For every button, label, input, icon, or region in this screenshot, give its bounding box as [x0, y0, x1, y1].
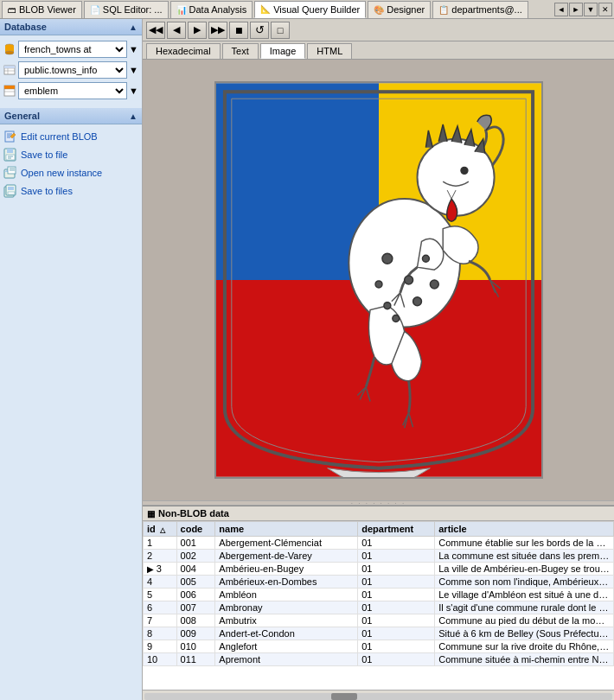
data-grid-header: ▦ Non-BLOB data	[143, 506, 614, 521]
column-icon	[3, 85, 16, 97]
svg-rect-9	[4, 86, 15, 89]
refresh-btn[interactable]: ↺	[250, 22, 269, 39]
edit-icon	[3, 130, 17, 143]
left-panel: Database ▲ french_towns at ▼	[0, 19, 143, 700]
stop-btn[interactable]: ⏹	[229, 22, 248, 39]
general-section-header: General ▲	[0, 108, 142, 124]
general-section: Edit current BLOB Save to file	[0, 124, 142, 207]
svg-point-41	[430, 280, 438, 289]
data-analysis-icon: 📊	[176, 5, 187, 15]
tab-data-analysis[interactable]: 📊 Data Analysis	[170, 1, 253, 18]
table-row[interactable]: 1001Abergement-Clémenciat01Commune établ…	[144, 537, 614, 550]
horizontal-scrollbar[interactable]	[143, 690, 614, 700]
col-header-code[interactable]: code	[176, 522, 215, 537]
data-grid-scroll[interactable]: id △ code name department	[143, 521, 614, 690]
svg-point-36	[404, 276, 413, 284]
right-panel: ◀◀ ◀ ▶ ▶▶ ⏹ ↺ □ Hexadecimal Text Image H…	[143, 19, 614, 700]
tab-image[interactable]: Image	[260, 43, 306, 59]
table-row[interactable]: 2002Abergement-de-Varey01La commune est …	[144, 550, 614, 563]
tab-hexadecimal[interactable]: Hexadecimal	[146, 43, 221, 59]
tab-text[interactable]: Text	[222, 43, 259, 59]
svg-point-42	[383, 302, 390, 309]
svg-point-37	[375, 281, 382, 288]
coat-of-arms-image	[214, 81, 543, 479]
sort-arrow-id: △	[160, 526, 165, 534]
column-name-row: emblem ▼	[3, 82, 138, 99]
tab-designer[interactable]: 🎨 Designer	[368, 1, 431, 18]
tab-visual-query-builder[interactable]: 📐 Visual Query Builder	[254, 1, 366, 18]
open-icon	[3, 166, 17, 180]
table-row[interactable]: ▶ 3004Ambérieu-en-Bugey01La ville de Amb…	[144, 563, 614, 576]
table-row[interactable]: 4005Ambérieux-en-Dombes01Comme son nom l…	[144, 576, 614, 589]
col-header-article[interactable]: article	[435, 522, 614, 537]
departments-icon: 📋	[438, 5, 449, 15]
tab-close[interactable]: ✕	[598, 3, 612, 16]
save-to-files-action[interactable]: Save to files	[3, 184, 138, 198]
blob-viewer-icon: 🗃	[8, 5, 16, 15]
toolbar: ◀◀ ◀ ▶ ▶▶ ⏹ ↺ □	[143, 19, 614, 41]
db-cylinder-icon	[3, 43, 16, 55]
table-row[interactable]: 10011Apremont01Commune située à mi-chemi…	[144, 653, 614, 666]
svg-point-2	[5, 51, 14, 54]
edit-blob-action[interactable]: Edit current BLOB	[3, 130, 138, 143]
svg-rect-17	[7, 149, 13, 153]
database-section-header: Database ▲	[0, 19, 142, 35]
table-row[interactable]: 9010Anglefort01Commune sur la rive droit…	[144, 640, 614, 653]
database-select[interactable]: french_towns at	[18, 41, 127, 58]
tab-nav-controls: ◄ ► ▼ ✕	[554, 3, 612, 16]
svg-rect-18	[6, 155, 15, 160]
general-collapse-btn[interactable]: ▲	[129, 111, 138, 121]
scroll-track	[144, 693, 612, 700]
tab-blob-viewer[interactable]: 🗃 BLOB Viewer	[2, 1, 82, 18]
open-new-instance-action[interactable]: Open new instance	[3, 166, 138, 180]
nav-prev-btn[interactable]: ◀	[167, 22, 186, 39]
fullscreen-btn[interactable]: □	[271, 22, 290, 39]
svg-point-40	[422, 255, 429, 262]
data-table: id △ code name department	[143, 521, 614, 666]
tab-scroll-right[interactable]: ►	[569, 3, 583, 16]
table-row[interactable]: 8009Andert-et-Condon01Situé à 6 km de Be…	[144, 627, 614, 640]
tab-sql-editor[interactable]: 📄 SQL Editor: ...	[84, 1, 169, 18]
designer-icon: 🎨	[374, 5, 384, 15]
data-grid-wrapper: ▦ Non-BLOB data id △ code	[143, 506, 614, 700]
table-select[interactable]: public.towns_info	[18, 61, 127, 79]
database-section: french_towns at ▼ public.towns_info ▼	[0, 35, 142, 108]
database-collapse-btn[interactable]: ▲	[129, 22, 138, 32]
save-file-icon	[3, 148, 17, 162]
tab-scroll-left[interactable]: ◄	[554, 3, 568, 16]
table-name-row: public.towns_info ▼	[3, 61, 138, 79]
table-row[interactable]: 5006Ambléon01Le village d'Ambléon est si…	[144, 589, 614, 601]
tab-list[interactable]: ▼	[584, 3, 598, 16]
save-files-icon	[3, 184, 17, 198]
main-layout: Database ▲ french_towns at ▼	[0, 19, 614, 700]
svg-point-34	[460, 167, 467, 174]
table-row[interactable]: 7008Ambutrix01Commune au pied du début d…	[144, 614, 614, 627]
col-header-name[interactable]: name	[215, 522, 358, 537]
db-name-row: french_towns at ▼	[3, 41, 138, 58]
svg-rect-28	[8, 192, 15, 194]
svg-point-38	[413, 297, 421, 306]
image-area	[143, 60, 614, 500]
svg-point-35	[381, 253, 392, 264]
tab-html[interactable]: HTML	[307, 43, 352, 59]
table-icon	[3, 64, 16, 76]
nav-next-btn[interactable]: ▶	[188, 22, 207, 39]
scroll-thumb[interactable]	[331, 693, 357, 700]
svg-point-39	[392, 315, 399, 322]
nav-last-btn[interactable]: ▶▶	[208, 22, 227, 39]
svg-rect-27	[8, 187, 14, 190]
visual-query-builder-icon: 📐	[260, 4, 271, 14]
table-row[interactable]: 6007Ambronay01Il s'agit d'une commune ru…	[144, 601, 614, 614]
nav-first-btn[interactable]: ◀◀	[146, 22, 165, 39]
sql-editor-icon: 📄	[90, 5, 100, 15]
tab-departments[interactable]: 📋 departments@...	[432, 1, 528, 18]
save-to-file-action[interactable]: Save to file	[3, 148, 138, 162]
col-header-id[interactable]: id △	[144, 522, 177, 537]
grid-icon: ▦	[147, 509, 155, 519]
tab-bar: 🗃 BLOB Viewer 📄 SQL Editor: ... 📊 Data A…	[0, 0, 614, 19]
col-header-department[interactable]: department	[358, 522, 435, 537]
column-select[interactable]: emblem	[18, 82, 127, 99]
view-tabs: Hexadecimal Text Image HTML	[143, 41, 614, 60]
svg-rect-7	[4, 66, 15, 68]
row-arrow: ▶	[147, 564, 157, 574]
